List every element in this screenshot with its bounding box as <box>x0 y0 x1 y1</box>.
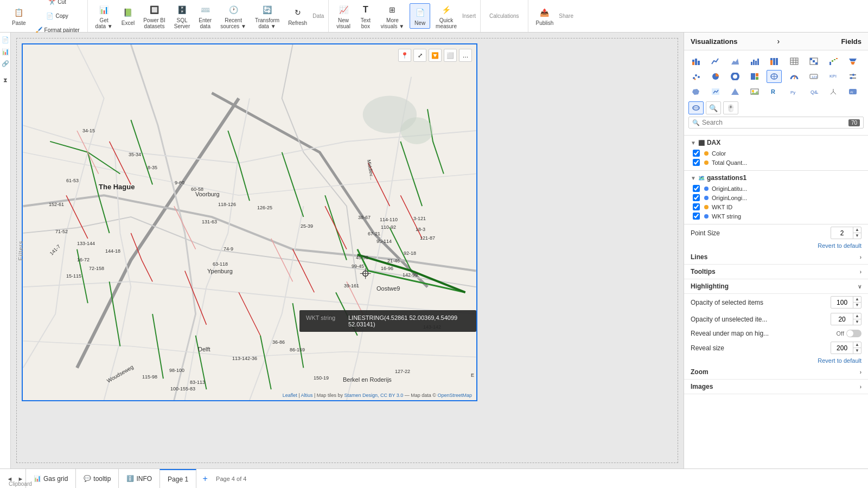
point-size-down[interactable]: ▼ <box>853 233 861 239</box>
new-visual-button[interactable]: 📈 Newvisual <box>333 1 354 31</box>
map-pin-btn[interactable]: 📍 <box>398 49 411 62</box>
viz-stacked-bar[interactable] <box>688 55 704 68</box>
gas-lat-checkbox[interactable] <box>693 185 700 192</box>
viz-slicer[interactable] <box>845 70 860 83</box>
viz-qna[interactable]: Q&A <box>806 85 821 98</box>
opacity-unselected-input[interactable]: 20 <box>831 314 853 324</box>
sql-button[interactable]: 🗄️ SQLServer <box>171 1 193 31</box>
dax-total-checkbox[interactable] <box>693 159 700 166</box>
gas-lon-checkbox[interactable] <box>693 194 700 201</box>
text-box-button[interactable]: T Textbox <box>356 1 375 31</box>
enter-data-icon: ⌨️ <box>199 3 212 16</box>
leaflet-link[interactable]: Leaflet <box>283 393 297 398</box>
enter-data-button[interactable]: ⌨️ Enterdata <box>195 1 215 31</box>
paste-label: Paste <box>12 20 26 26</box>
viz-image[interactable] <box>747 85 762 98</box>
transform-icon: 🔄 <box>261 3 274 16</box>
reveal-map-row: Reveal under map on hig... Off <box>684 328 868 339</box>
viz-100-stacked[interactable] <box>767 55 782 68</box>
cut-button[interactable]: ✂️ Cut <box>31 0 83 9</box>
recent-sources-button[interactable]: 🕐 Recentsources ▼ <box>217 1 250 31</box>
lines-section[interactable]: Lines › <box>684 250 868 265</box>
map-zoom-btn[interactable]: ⤢ <box>413 49 426 62</box>
viz-table[interactable] <box>787 55 802 68</box>
quick-measure-button[interactable]: ⚡ Quickmeasure <box>432 1 460 31</box>
viz-scatter[interactable] <box>688 70 704 83</box>
viz-waterfall[interactable] <box>826 55 841 68</box>
tooltips-section[interactable]: Tooltips › <box>684 265 868 279</box>
map-visual[interactable]: The Hague Voorburg Ypenburg Delft Berkel… <box>22 43 477 401</box>
viz-azure-map[interactable] <box>708 85 723 98</box>
images-section[interactable]: Images › <box>684 380 868 394</box>
more-visuals-button[interactable]: ⊞ Morevisuals ▼ <box>378 1 407 31</box>
opacity-selected-down[interactable]: ▼ <box>853 303 861 308</box>
point-size-input[interactable]: 2 <box>831 228 853 238</box>
copy-button[interactable]: 📄 Copy <box>31 10 83 23</box>
viz-r-script[interactable]: R <box>767 85 782 98</box>
reveal-size-down[interactable]: ▼ <box>853 348 861 354</box>
viz-card[interactable]: 123 <box>806 70 821 83</box>
add-tab-btn[interactable]: + <box>199 472 212 485</box>
toggle-circle[interactable] <box>846 330 861 337</box>
gas-id-checkbox[interactable] <box>693 203 700 210</box>
refresh-button[interactable]: ↻ Refresh <box>285 4 310 28</box>
viz-matrix[interactable] <box>806 55 821 68</box>
excel-button[interactable]: 📗 Excel <box>118 4 138 28</box>
map-tool-map[interactable] <box>688 101 704 114</box>
reveal-size-input[interactable]: 200 <box>831 343 853 353</box>
viz-shape[interactable] <box>727 85 743 98</box>
get-data-button[interactable]: 📊 Getdata ▼ <box>92 1 116 31</box>
powerbi-button[interactable]: 🔲 Power BIdatasets <box>140 1 169 31</box>
sidebar-filters-icon[interactable]: ⧗ <box>1 75 10 85</box>
zoom-section[interactable]: Zoom › <box>684 365 868 380</box>
viz-search-input[interactable] <box>702 119 845 126</box>
viz-funnel[interactable] <box>845 55 860 68</box>
viz-donut[interactable] <box>727 70 743 83</box>
tab-page1[interactable]: Page 1 <box>159 469 196 488</box>
clipboard-group: 📋 Paste ✂️ Cut 📄 Copy 🖌️ Format painter … <box>4 0 88 32</box>
opacity-selected-input[interactable]: 100 <box>831 298 853 307</box>
viz-python[interactable]: Py <box>787 85 802 98</box>
viz-treemap[interactable] <box>747 70 762 83</box>
viz-decomp[interactable] <box>826 85 841 98</box>
tab-gas-grid[interactable]: 📊 Gas grid <box>25 469 76 488</box>
dax-color-checkbox[interactable] <box>693 150 700 157</box>
sidebar-report-icon[interactable]: 📄 <box>1 35 10 44</box>
viz-line[interactable] <box>708 55 723 68</box>
viz-kpi[interactable]: KPI <box>826 70 841 83</box>
publish-button[interactable]: 📤 Publish <box>533 4 557 28</box>
viz-filled-map[interactable] <box>688 85 704 98</box>
sidebar-model-icon[interactable]: 🔗 <box>1 59 10 68</box>
viz-pie[interactable] <box>708 70 723 83</box>
osm-link[interactable]: OpenStreetMap <box>437 393 472 398</box>
gas-wkt-checkbox[interactable] <box>693 213 700 220</box>
new-button[interactable]: 📄 New <box>410 3 430 29</box>
map-more-btn[interactable]: … <box>459 49 472 62</box>
viz-map[interactable] <box>767 70 782 83</box>
paste-button[interactable]: 📋 Paste <box>9 4 29 28</box>
map-focus-btn[interactable]: ⬜ <box>444 49 457 62</box>
opacity-unselected-up[interactable]: ▲ <box>853 313 861 319</box>
map-tool-format[interactable]: 🖱️ <box>723 101 738 114</box>
stamen-link[interactable]: Stamen Design, CC BY 3.0 <box>344 393 403 398</box>
map-filter-btn[interactable]: 🔽 <box>429 49 442 62</box>
expand-icon[interactable]: › <box>777 37 780 46</box>
opacity-selected-up[interactable]: ▲ <box>853 297 861 303</box>
viz-column[interactable] <box>747 55 762 68</box>
map-tool-search[interactable]: 🔍 <box>706 101 721 114</box>
revert-default-2[interactable]: Revert to default <box>684 356 868 365</box>
sidebar-data-icon[interactable]: 📊 <box>1 47 10 56</box>
transform-button[interactable]: 🔄 Transformdata ▼ <box>252 1 283 31</box>
opacity-unselected-down[interactable]: ▼ <box>853 319 861 325</box>
tab-info[interactable]: ℹ️ INFO <box>118 469 160 488</box>
viz-area[interactable] <box>727 55 743 68</box>
reveal-size-up[interactable]: ▲ <box>853 342 861 348</box>
viz-gauge[interactable] <box>787 70 802 83</box>
highlighting-section[interactable]: Highlighting ∨ <box>684 279 868 294</box>
viz-smart-narrative[interactable]: AI <box>845 85 860 98</box>
revert-default-1[interactable]: Revert to default <box>684 241 868 250</box>
gas-field-lon: OriginLongi... <box>691 193 861 202</box>
point-size-up[interactable]: ▲ <box>853 227 861 233</box>
altius-link[interactable]: Altius <box>301 393 313 398</box>
tab-tooltip[interactable]: 💬 tooltip <box>75 469 119 488</box>
